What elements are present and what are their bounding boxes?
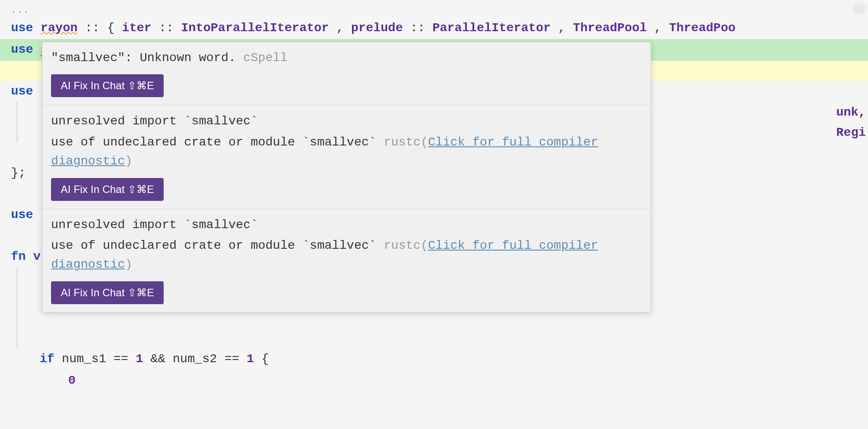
partial-identifier: unk, bbox=[836, 103, 868, 123]
operator-and: && bbox=[150, 352, 165, 366]
diagnostic-section-rustc: unresolved import `smallvec` use of unde… bbox=[42, 105, 651, 209]
type-parallel-iterator: ParallelIterator bbox=[432, 21, 551, 35]
diagnostic-message-line1: unresolved import `smallvec` bbox=[51, 112, 642, 131]
partial-identifier: Regi bbox=[836, 123, 868, 143]
indent-guide bbox=[17, 288, 18, 308]
literal-zero: 0 bbox=[68, 374, 76, 387]
brace-open: { bbox=[107, 21, 114, 35]
ai-fix-button[interactable]: AI Fix In Chat ⇧⌘E bbox=[51, 281, 164, 304]
diagnostic-section-rustc: unresolved import `smallvec` use of unde… bbox=[42, 209, 651, 312]
diagnostic-source: rustc bbox=[384, 239, 421, 252]
comma: , bbox=[336, 21, 344, 35]
keyword-use: use bbox=[11, 43, 33, 56]
breadcrumb-indicator bbox=[850, 0, 868, 18]
keyword-use: use bbox=[11, 84, 33, 98]
indent-guide bbox=[17, 328, 18, 349]
keyword-fn: fn bbox=[11, 250, 26, 263]
semicolon: ; bbox=[18, 166, 26, 180]
code-line[interactable] bbox=[0, 328, 868, 349]
indent-guide bbox=[17, 308, 18, 328]
module-iter: iter bbox=[122, 21, 151, 35]
ai-fix-button[interactable]: AI Fix In Chat ⇧⌘E bbox=[51, 178, 164, 201]
operator-eq: == bbox=[114, 352, 128, 366]
code-line[interactable]: if num_s1 == 1 && num_s2 == 1 { bbox=[0, 349, 868, 370]
indent-guide bbox=[17, 122, 18, 142]
code-editor[interactable]: ... use rayon :: { iter :: IntoParallelI… bbox=[0, 0, 868, 395]
code-line[interactable]: 0 bbox=[0, 370, 868, 392]
keyword-if: if bbox=[40, 352, 55, 366]
module-prelude: prelude bbox=[351, 21, 403, 35]
path-separator: :: bbox=[159, 21, 174, 35]
keyword-use: use bbox=[11, 21, 33, 35]
variable-num-s2: num_s2 bbox=[173, 352, 217, 366]
ai-fix-button[interactable]: AI Fix In Chat ⇧⌘E bbox=[51, 74, 164, 97]
comma: , bbox=[654, 21, 662, 35]
comma: , bbox=[558, 21, 566, 35]
diagnostic-hover-popup: "smallvec": Unknown word. cSpell AI Fix … bbox=[42, 42, 651, 313]
diagnostic-section-cspell: "smallvec": Unknown word. cSpell AI Fix … bbox=[42, 42, 651, 105]
brace-open: { bbox=[261, 352, 269, 366]
path-separator: :: bbox=[410, 21, 425, 35]
code-fold-indicator[interactable]: ... bbox=[0, 4, 868, 18]
type-into-parallel-iterator: IntoParallelIterator bbox=[181, 21, 329, 35]
type-threadpool-partial: ThreadPoo bbox=[669, 21, 736, 35]
indent-guide bbox=[17, 268, 18, 288]
diagnostic-source: rustc bbox=[384, 135, 421, 149]
indent-guide bbox=[17, 102, 18, 122]
code-line[interactable]: use rayon :: { iter :: IntoParallelItera… bbox=[0, 18, 868, 39]
function-name-partial: v bbox=[33, 250, 40, 263]
literal-one: 1 bbox=[136, 352, 143, 366]
path-separator: :: bbox=[85, 21, 100, 35]
variable-num-s1: num_s1 bbox=[62, 352, 106, 366]
brace-close: } bbox=[11, 166, 18, 180]
diagnostic-message: "smallvec": Unknown word. cSpell bbox=[51, 48, 642, 67]
diagnostic-message-line1: unresolved import `smallvec` bbox=[51, 215, 642, 234]
type-threadpool: ThreadPool bbox=[573, 21, 647, 35]
operator-eq: == bbox=[224, 352, 239, 366]
literal-one: 1 bbox=[247, 352, 254, 366]
diagnostic-message-line2: use of undeclared crate or module `small… bbox=[51, 133, 642, 171]
keyword-use: use bbox=[11, 208, 33, 222]
diagnostic-message-line2: use of undeclared crate or module `small… bbox=[51, 236, 642, 274]
module-rayon: rayon bbox=[40, 21, 77, 35]
diagnostic-source: cSpell bbox=[243, 51, 288, 65]
